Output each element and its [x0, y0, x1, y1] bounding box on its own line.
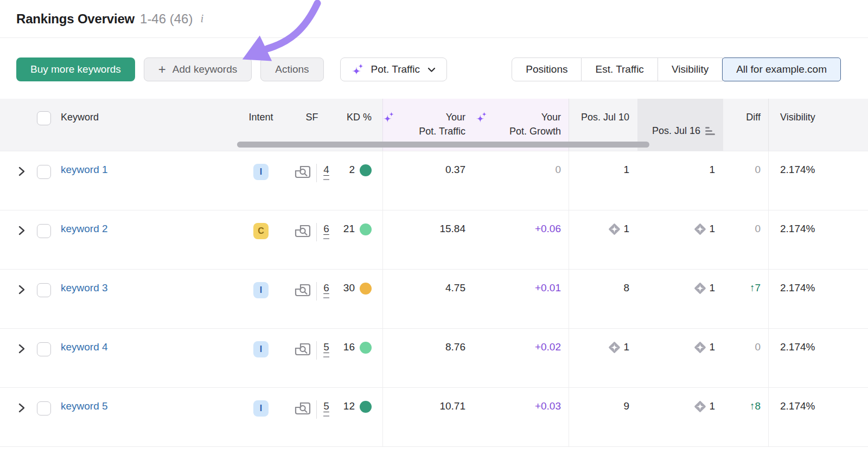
- tab-est-traffic[interactable]: Est. Traffic: [582, 57, 658, 81]
- intent-badge[interactable]: I: [253, 164, 269, 180]
- row-expander-icon[interactable]: [18, 344, 25, 354]
- serp-features-icon[interactable]: [295, 224, 311, 238]
- sf-separator: [316, 282, 317, 300]
- pos-jul16-value: 1: [709, 400, 715, 446]
- visibility-value: 2.174%: [780, 223, 815, 234]
- kd-value: 21: [343, 223, 355, 269]
- serp-features-icon[interactable]: [295, 165, 311, 179]
- pot-growth-value: 0: [555, 164, 561, 210]
- sf-count[interactable]: 5: [323, 400, 329, 417]
- pot-traffic-value: 0.37: [445, 164, 465, 210]
- add-keywords-button[interactable]: +Add keywords: [144, 57, 252, 81]
- serp-features-icon[interactable]: [295, 342, 311, 356]
- visibility-value: 2.174%: [780, 164, 815, 175]
- metric-dropdown[interactable]: Pot. Traffic: [340, 57, 447, 81]
- horizontal-scrollbar[interactable]: [237, 142, 649, 148]
- rankings-overview-page: Rankings Overview 1-46 (46) i Buy more k…: [0, 0, 868, 454]
- keyword-link[interactable]: keyword 3: [61, 282, 108, 293]
- keyword-link[interactable]: keyword 4: [61, 341, 108, 353]
- tab-all-for-domain[interactable]: All for example.com: [722, 57, 841, 81]
- pos-jul16-value: 1: [709, 164, 715, 210]
- serp-features-icon[interactable]: [295, 401, 311, 415]
- row-checkbox[interactable]: [37, 224, 51, 238]
- table-body: keyword 1 I 4 2 0.37 0 1: [0, 151, 868, 447]
- pot-growth-value: +0.06: [535, 223, 561, 269]
- pot-growth-value: +0.02: [535, 341, 561, 387]
- actions-button[interactable]: Actions: [260, 57, 323, 81]
- col-diff[interactable]: Diff: [723, 99, 768, 151]
- row-checkbox[interactable]: [37, 342, 51, 356]
- col-keyword[interactable]: Keyword: [61, 99, 240, 151]
- diff-value: 0: [755, 341, 761, 387]
- diff-value: 0: [755, 223, 761, 269]
- pos-jul10-value: 8: [623, 282, 629, 328]
- serp-feature-position-icon: [608, 223, 621, 269]
- table-row: keyword 3 I 6 30 4.75 +0.01 8: [0, 269, 868, 328]
- sf-separator: [316, 223, 317, 241]
- info-icon[interactable]: i: [200, 12, 203, 25]
- diff-value: ↑7: [750, 282, 761, 328]
- serp-feature-position-icon: [608, 341, 621, 387]
- pot-traffic-value: 4.75: [445, 282, 465, 328]
- pot-growth-value: +0.01: [535, 282, 561, 328]
- row-expander-icon[interactable]: [18, 226, 25, 235]
- diff-value: 0: [755, 164, 761, 210]
- intent-badge[interactable]: I: [253, 400, 269, 417]
- row-checkbox[interactable]: [37, 283, 51, 297]
- row-checkbox[interactable]: [37, 401, 51, 415]
- intent-badge[interactable]: I: [253, 282, 269, 298]
- table-row: keyword 2 C 6 21 15.84 +0.06 1: [0, 210, 868, 269]
- row-checkbox[interactable]: [37, 165, 51, 179]
- kd-value: 2: [349, 164, 355, 210]
- pos-jul10-value: 1: [623, 164, 629, 210]
- add-keywords-label: Add keywords: [173, 58, 237, 81]
- sf-count[interactable]: 4: [323, 164, 329, 180]
- header-expander-spacer: [16, 99, 37, 151]
- row-expander-icon[interactable]: [18, 167, 25, 176]
- kd-value: 16: [343, 341, 355, 387]
- kd-value: 30: [343, 282, 355, 328]
- table-row: keyword 4 I 5 16 8.76 +0.02 1: [0, 328, 868, 387]
- keyword-link[interactable]: keyword 5: [61, 400, 108, 412]
- page-header-bar: Rankings Overview 1-46 (46) i: [0, 0, 868, 38]
- diff-value: ↑8: [750, 400, 761, 446]
- sf-separator: [316, 400, 317, 419]
- serp-feature-position-icon: [694, 400, 706, 446]
- row-expander-icon[interactable]: [18, 285, 25, 295]
- kd-difficulty-dot: [360, 342, 372, 354]
- pot-traffic-value: 15.84: [439, 223, 465, 269]
- row-expander-icon[interactable]: [18, 403, 25, 413]
- kd-difficulty-dot: [360, 223, 372, 235]
- visibility-value: 2.174%: [780, 282, 815, 293]
- tab-positions[interactable]: Positions: [512, 57, 582, 81]
- table-header: Keyword Intent SF KD % YourPot. Traffic …: [0, 99, 868, 151]
- serp-feature-position-icon: [694, 282, 706, 328]
- pos-jul16-value: 1: [709, 282, 715, 328]
- serp-features-icon[interactable]: [295, 283, 311, 297]
- tab-visibility[interactable]: Visibility: [658, 57, 723, 81]
- sf-separator: [316, 341, 317, 360]
- pos-jul16-value: 1: [709, 341, 715, 387]
- results-range: 1-46 (46): [140, 11, 193, 27]
- pos-jul10-value: 1: [623, 223, 629, 269]
- intent-badge[interactable]: I: [253, 341, 269, 357]
- serp-feature-position-icon: [694, 223, 706, 269]
- chevron-down-icon: [427, 58, 436, 81]
- sf-count[interactable]: 6: [323, 223, 329, 239]
- col-visibility[interactable]: Visibility: [768, 99, 868, 151]
- metric-dropdown-label: Pot. Traffic: [371, 58, 420, 81]
- pos-jul10-value: 9: [623, 400, 629, 446]
- intent-badge[interactable]: C: [253, 223, 269, 239]
- sf-count[interactable]: 6: [323, 282, 329, 298]
- keyword-link[interactable]: keyword 1: [61, 164, 108, 175]
- kd-difficulty-dot: [360, 164, 372, 176]
- sf-separator: [316, 164, 317, 182]
- col-pos-jul16[interactable]: Pos. Jul 16: [637, 99, 723, 151]
- buy-more-keywords-button[interactable]: Buy more keywords: [16, 57, 135, 81]
- select-all-checkbox[interactable]: [37, 111, 51, 125]
- keyword-link[interactable]: keyword 2: [61, 223, 108, 234]
- ai-sparkle-icon: [352, 63, 365, 76]
- sf-count[interactable]: 5: [323, 341, 329, 357]
- table-row: keyword 1 I 4 2 0.37 0 1: [0, 151, 868, 210]
- visibility-value: 2.174%: [780, 400, 815, 412]
